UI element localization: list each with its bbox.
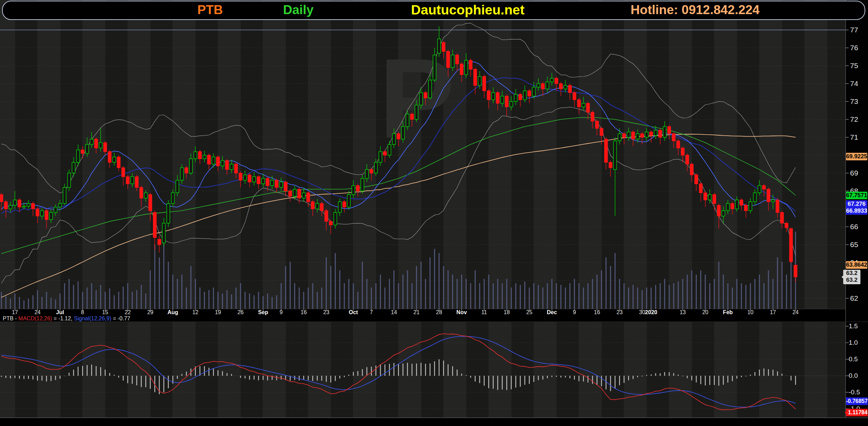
volume-bar bbox=[272, 297, 273, 309]
volume-bar bbox=[461, 275, 462, 309]
week-stripe bbox=[308, 322, 331, 418]
volume-bar bbox=[100, 285, 101, 309]
volume-bar bbox=[691, 270, 692, 309]
volume-bar bbox=[141, 285, 142, 309]
volume-bar bbox=[64, 283, 65, 309]
candle-body bbox=[492, 93, 495, 100]
candle-body bbox=[252, 177, 256, 182]
candle-body bbox=[772, 200, 775, 202]
price-axis[interactable] bbox=[846, 0, 868, 426]
volume-bar bbox=[330, 266, 331, 309]
candle-body bbox=[122, 168, 125, 177]
candle-body bbox=[280, 182, 283, 188]
week-stripe bbox=[263, 0, 286, 309]
candle-body bbox=[189, 159, 193, 173]
volume-bar bbox=[520, 285, 521, 309]
volume-bar bbox=[628, 288, 629, 309]
candle-body bbox=[618, 134, 621, 141]
volume-bar bbox=[556, 283, 557, 309]
candle-body bbox=[180, 168, 184, 180]
volume-bar bbox=[633, 285, 634, 309]
volume-bar bbox=[96, 290, 97, 309]
candle-body bbox=[320, 203, 323, 211]
candle-body bbox=[731, 203, 734, 209]
candle-body bbox=[474, 69, 477, 85]
week-stripe bbox=[353, 322, 376, 418]
volume-bar bbox=[348, 279, 349, 309]
candle-body bbox=[487, 91, 490, 100]
volume-bar bbox=[741, 283, 742, 309]
volume-bar bbox=[37, 290, 38, 309]
candle-body bbox=[266, 179, 269, 186]
date-axis[interactable] bbox=[0, 309, 868, 316]
volume-bar bbox=[73, 285, 74, 309]
volume-bar bbox=[285, 266, 286, 309]
volume-bar bbox=[222, 294, 223, 309]
candle-body bbox=[248, 175, 251, 182]
volume-bar bbox=[299, 288, 300, 309]
site-watermark: Dautucophieu.net bbox=[411, 1, 524, 19]
candle-body bbox=[537, 84, 540, 87]
candle-body bbox=[717, 205, 720, 216]
chart-window: P PTB - MACD(12,26) = -1.12, Signal(12,2… bbox=[0, 0, 868, 426]
week-stripe bbox=[38, 322, 60, 418]
volume-bar bbox=[578, 283, 579, 309]
volume-bar bbox=[276, 295, 277, 309]
week-stripe bbox=[489, 322, 512, 418]
volume-bar bbox=[213, 288, 214, 309]
candle-body bbox=[451, 55, 454, 67]
candle-body bbox=[424, 93, 427, 98]
candle-body bbox=[144, 193, 147, 198]
candle-body bbox=[505, 96, 508, 107]
volume-bar bbox=[506, 279, 507, 309]
volume-bar bbox=[714, 279, 715, 309]
candle-body bbox=[244, 175, 247, 180]
candle-body bbox=[388, 145, 391, 155]
candle-body bbox=[672, 134, 675, 141]
candle-body bbox=[636, 134, 639, 139]
candle-body bbox=[334, 212, 337, 225]
volume-bar bbox=[10, 299, 11, 309]
volume-bar bbox=[475, 270, 476, 309]
candle-body bbox=[216, 157, 219, 166]
candle-body bbox=[632, 132, 635, 139]
volume-bar bbox=[195, 279, 196, 309]
candle-body bbox=[541, 84, 545, 89]
candle-body bbox=[72, 162, 75, 173]
candle-body bbox=[668, 127, 671, 134]
volume-bar bbox=[123, 287, 124, 309]
volume-bar bbox=[430, 257, 431, 309]
candle-body bbox=[0, 194, 3, 202]
candle-body bbox=[622, 134, 626, 137]
volume-bar bbox=[217, 292, 218, 309]
candle-body bbox=[690, 164, 693, 175]
week-stripe bbox=[579, 322, 602, 418]
candle-body bbox=[587, 103, 590, 112]
volume-bar bbox=[700, 270, 701, 309]
volume-bar bbox=[344, 283, 345, 309]
volume-bar bbox=[533, 283, 534, 309]
candle-body bbox=[523, 91, 526, 100]
chart-canvas[interactable]: P bbox=[0, 0, 868, 426]
volume-bar bbox=[466, 279, 467, 309]
volume-bar bbox=[51, 298, 52, 309]
volume-bar bbox=[669, 285, 670, 309]
volume-bar bbox=[705, 275, 706, 309]
volume-bar bbox=[452, 275, 453, 309]
volume-bar bbox=[447, 270, 448, 309]
volume-bar bbox=[515, 283, 516, 309]
volume-bar bbox=[709, 283, 710, 309]
candle-body bbox=[230, 164, 233, 170]
candle-body bbox=[469, 60, 472, 69]
volume-bar bbox=[479, 283, 480, 309]
week-stripe bbox=[805, 322, 827, 418]
candle-body bbox=[383, 152, 386, 155]
candle-body bbox=[40, 211, 43, 216]
candle-body bbox=[397, 134, 400, 139]
volume-bar bbox=[560, 285, 561, 309]
week-stripe bbox=[760, 322, 782, 418]
volume-bar bbox=[623, 283, 624, 309]
candle-body bbox=[726, 203, 730, 211]
volume-bar bbox=[538, 285, 539, 309]
volume-bar bbox=[569, 283, 570, 309]
